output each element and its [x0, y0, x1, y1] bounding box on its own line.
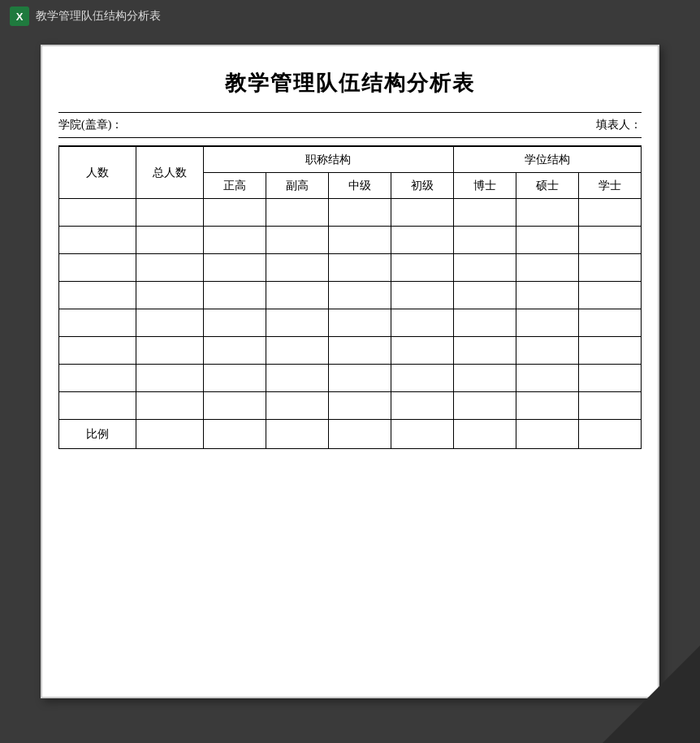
cell[interactable]	[203, 227, 266, 254]
cell[interactable]	[391, 392, 453, 420]
cell[interactable]	[266, 337, 328, 365]
cell[interactable]	[203, 199, 266, 227]
header-zhenggao: 正高	[203, 173, 266, 199]
cell[interactable]	[203, 254, 266, 282]
ratio-xueshi[interactable]	[578, 420, 641, 449]
cell[interactable]	[328, 282, 391, 309]
cell[interactable]	[453, 309, 516, 337]
header-fugao: 副高	[266, 173, 328, 199]
cell[interactable]	[266, 227, 328, 254]
cell[interactable]	[203, 365, 266, 392]
cell[interactable]	[578, 337, 641, 365]
table-row	[59, 365, 642, 392]
form-info-left: 学院(盖章)：	[58, 118, 123, 132]
cell[interactable]	[328, 254, 391, 282]
cell[interactable]	[136, 254, 203, 282]
cell[interactable]	[391, 199, 453, 227]
cell[interactable]	[136, 309, 203, 337]
cell[interactable]	[328, 337, 391, 365]
ratio-zhongji[interactable]	[328, 420, 391, 449]
table-row	[59, 254, 642, 282]
cell[interactable]	[453, 199, 516, 227]
cell[interactable]	[328, 227, 391, 254]
cell[interactable]	[516, 392, 578, 420]
cell[interactable]	[453, 254, 516, 282]
cell[interactable]	[136, 337, 203, 365]
header-boshi: 博士	[453, 173, 516, 199]
table-row	[59, 337, 642, 365]
cell[interactable]	[453, 392, 516, 420]
cell[interactable]	[578, 199, 641, 227]
cell[interactable]	[136, 282, 203, 309]
ratio-fugao[interactable]	[266, 420, 328, 449]
cell[interactable]	[578, 365, 641, 392]
cell[interactable]	[516, 199, 578, 227]
cell[interactable]	[266, 309, 328, 337]
cell[interactable]	[136, 365, 203, 392]
cell[interactable]	[391, 309, 453, 337]
cell[interactable]	[391, 337, 453, 365]
cell[interactable]	[578, 282, 641, 309]
cell[interactable]	[266, 365, 328, 392]
cell[interactable]	[516, 227, 578, 254]
cell[interactable]	[328, 392, 391, 420]
cell[interactable]	[453, 337, 516, 365]
header-zhicheng-group: 职称结构	[203, 147, 453, 173]
cell[interactable]	[391, 282, 453, 309]
ratio-total[interactable]	[136, 420, 203, 449]
cell[interactable]	[203, 309, 266, 337]
cell[interactable]	[516, 282, 578, 309]
college-label: 学院(盖章)：	[58, 118, 123, 132]
filler-label: 填表人：	[596, 118, 642, 132]
cell[interactable]	[59, 309, 136, 337]
cell[interactable]	[391, 227, 453, 254]
cell[interactable]	[453, 282, 516, 309]
ratio-boshi[interactable]	[453, 420, 516, 449]
cell[interactable]	[136, 392, 203, 420]
cell[interactable]	[328, 365, 391, 392]
cell[interactable]	[266, 254, 328, 282]
cell[interactable]	[453, 365, 516, 392]
cell[interactable]	[516, 254, 578, 282]
cell[interactable]	[328, 199, 391, 227]
cell[interactable]	[59, 227, 136, 254]
ratio-chuji[interactable]	[391, 420, 453, 449]
title-bar: X 教学管理队伍结构分析表	[0, 0, 700, 32]
ratio-row: 比例	[59, 420, 642, 449]
cell[interactable]	[328, 309, 391, 337]
table-row	[59, 392, 642, 420]
table-row	[59, 309, 642, 337]
cell[interactable]	[136, 227, 203, 254]
cell[interactable]	[266, 282, 328, 309]
cell[interactable]	[59, 254, 136, 282]
cell[interactable]	[578, 227, 641, 254]
cell[interactable]	[59, 199, 136, 227]
form-info-row: 学院(盖章)： 填表人：	[58, 112, 642, 138]
cell[interactable]	[578, 254, 641, 282]
cell[interactable]	[136, 199, 203, 227]
cell[interactable]	[59, 365, 136, 392]
cell[interactable]	[266, 392, 328, 420]
cell[interactable]	[516, 309, 578, 337]
cell[interactable]	[266, 199, 328, 227]
cell[interactable]	[516, 337, 578, 365]
cell[interactable]	[578, 392, 641, 420]
cell[interactable]	[203, 282, 266, 309]
ratio-shuoshi[interactable]	[516, 420, 578, 449]
cell[interactable]	[516, 365, 578, 392]
document-title: 教学管理队伍结构分析表	[58, 63, 642, 104]
separator	[58, 140, 642, 146]
cell[interactable]	[59, 337, 136, 365]
cell[interactable]	[59, 392, 136, 420]
cell[interactable]	[203, 392, 266, 420]
cell[interactable]	[578, 309, 641, 337]
cell[interactable]	[453, 227, 516, 254]
table-row	[59, 227, 642, 254]
cell[interactable]	[59, 282, 136, 309]
cell[interactable]	[391, 365, 453, 392]
ratio-zhenggao[interactable]	[203, 420, 266, 449]
main-table: 人数 总人数 职称结构 学位结构 正高 副高	[58, 146, 642, 449]
cell[interactable]	[391, 254, 453, 282]
cell[interactable]	[203, 337, 266, 365]
table-header-row-1: 人数 总人数 职称结构 学位结构	[59, 147, 642, 173]
